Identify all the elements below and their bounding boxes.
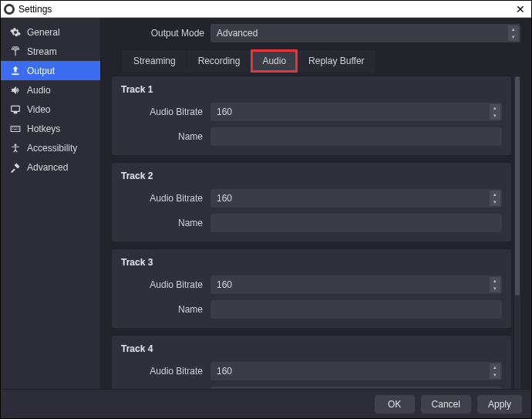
window-title: Settings	[19, 4, 52, 15]
tab-replay-buffer[interactable]: Replay Buffer	[298, 50, 375, 72]
footer: OK Cancel Apply	[1, 389, 531, 418]
body: General Stream Output Audio Video Hotkey…	[1, 18, 531, 389]
monitor-icon	[10, 104, 21, 115]
name-label: Name	[121, 131, 210, 142]
spin-icon[interactable]: ▴▾	[490, 363, 500, 379]
track-title: Track 2	[121, 171, 502, 181]
name-input[interactable]	[210, 300, 502, 319]
name-input[interactable]	[210, 127, 502, 146]
bitrate-label: Audio Bitrate	[121, 279, 210, 290]
output-mode-select[interactable]: Advanced ▴▾	[210, 24, 520, 42]
bitrate-input[interactable]: 160 ▴▾	[210, 362, 502, 380]
track-panel: Track 3 Audio Bitrate 160 ▴▾ Name	[112, 249, 511, 328]
sidebar-item-label: Accessibility	[27, 143, 77, 154]
tab-recording[interactable]: Recording	[187, 50, 251, 72]
gear-icon	[10, 27, 21, 38]
sidebar-item-audio[interactable]: Audio	[1, 80, 100, 100]
dropdown-spin-icon[interactable]: ▴▾	[508, 25, 519, 41]
sidebar: General Stream Output Audio Video Hotkey…	[1, 18, 101, 389]
bitrate-input[interactable]: 160 ▴▾	[210, 275, 502, 294]
name-label: Name	[121, 304, 210, 315]
bitrate-label: Audio Bitrate	[121, 366, 210, 377]
sidebar-item-label: Audio	[27, 85, 51, 96]
bitrate-input[interactable]: 160 ▴▾	[210, 103, 502, 121]
track-title: Track 4	[121, 343, 502, 354]
name-input[interactable]	[210, 214, 502, 232]
tracks-list: Track 1 Audio Bitrate 160 ▴▾ Name	[112, 76, 511, 389]
main: Output Mode Advanced ▴▾ Streaming Record…	[101, 18, 531, 389]
spin-icon[interactable]: ▴▾	[490, 104, 500, 120]
track-panel: Track 1 Audio Bitrate 160 ▴▾ Name	[112, 76, 511, 155]
scroll-thumb[interactable]	[515, 76, 520, 296]
sidebar-item-video[interactable]: Video	[1, 100, 100, 119]
name-input[interactable]	[210, 387, 502, 389]
ok-button[interactable]: OK	[375, 395, 415, 414]
scrollbar[interactable]	[514, 76, 520, 389]
tab-streaming[interactable]: Streaming	[123, 50, 187, 72]
output-mode-row: Output Mode Advanced ▴▾	[112, 24, 520, 42]
track-panel: Track 4 Audio Bitrate 160 ▴▾ Name	[112, 336, 511, 389]
settings-window: Settings ✕ General Stream Output Audio	[0, 0, 532, 419]
sidebar-item-stream[interactable]: Stream	[1, 42, 100, 61]
track-title: Track 3	[121, 257, 502, 268]
sidebar-item-general[interactable]: General	[1, 22, 100, 42]
svg-rect-0	[11, 126, 20, 131]
app-icon	[4, 4, 15, 15]
close-icon[interactable]: ✕	[513, 4, 528, 15]
sidebar-item-accessibility[interactable]: Accessibility	[1, 138, 100, 157]
sidebar-item-label: Output	[27, 66, 55, 76]
sidebar-item-advanced[interactable]: Advanced	[1, 157, 100, 177]
titlebar: Settings ✕	[1, 1, 531, 18]
tabbar: Streaming Recording Audio Replay Buffer	[112, 50, 520, 72]
tab-audio[interactable]: Audio	[251, 50, 297, 72]
output-mode-label: Output Mode	[112, 28, 204, 39]
sidebar-item-label: General	[27, 27, 60, 38]
speaker-icon	[10, 85, 21, 96]
bitrate-label: Audio Bitrate	[121, 106, 210, 117]
sidebar-item-label: Video	[27, 104, 50, 115]
sidebar-item-label: Stream	[27, 46, 57, 57]
spin-icon[interactable]: ▴▾	[490, 277, 500, 292]
cancel-button[interactable]: Cancel	[421, 395, 471, 414]
bitrate-label: Audio Bitrate	[121, 193, 210, 204]
sidebar-item-label: Advanced	[27, 162, 68, 173]
keyboard-icon	[10, 123, 21, 134]
sidebar-item-label: Hotkeys	[27, 123, 60, 134]
track-panel: Track 2 Audio Bitrate 160 ▴▾ Name	[112, 163, 511, 242]
top-controls: Output Mode Advanced ▴▾ Streaming Record…	[101, 18, 531, 72]
name-label: Name	[121, 218, 210, 228]
export-icon	[10, 66, 21, 76]
track-title: Track 1	[121, 84, 502, 95]
bitrate-input[interactable]: 160 ▴▾	[210, 189, 502, 208]
apply-button[interactable]: Apply	[477, 395, 522, 414]
sidebar-item-hotkeys[interactable]: Hotkeys	[1, 119, 100, 138]
sidebar-item-output[interactable]: Output	[1, 61, 100, 80]
svg-point-1	[15, 144, 16, 145]
content: Track 1 Audio Bitrate 160 ▴▾ Name	[101, 72, 531, 389]
tools-icon	[10, 162, 21, 173]
spin-icon[interactable]: ▴▾	[490, 191, 500, 206]
accessibility-icon	[10, 143, 21, 154]
antenna-icon	[10, 46, 21, 57]
